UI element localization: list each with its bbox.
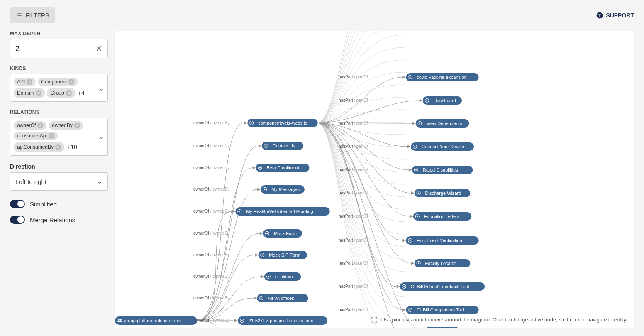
svg-point-108 <box>403 286 405 287</box>
graph-node[interactable]: Education Letters <box>413 212 472 221</box>
svg-text:Dashboard: Dashboard <box>434 98 456 103</box>
remove-chip-icon[interactable]: ✕ <box>74 123 80 128</box>
graph-node[interactable]: component:vets-website <box>247 119 318 127</box>
remove-chip-icon[interactable]: ✕ <box>68 79 74 85</box>
svg-text:hasPart / partOf: hasPart / partOf <box>339 284 368 289</box>
chevron-down-icon[interactable]: ⌄ <box>99 84 104 92</box>
graph-node[interactable]: Letters <box>425 327 460 328</box>
merge-relations-toggle[interactable] <box>10 216 25 224</box>
relation-chip[interactable]: apiConsumedBy✕ <box>14 142 64 152</box>
graph-node[interactable]: 21-527EZ pension benefits form <box>238 316 327 325</box>
graph-node[interactable]: Beta Enrollment <box>256 164 310 172</box>
graph-node[interactable]: My HealtheVet Inherited Proofing <box>235 207 330 216</box>
relation-chip[interactable]: consumesApi✕ <box>14 132 58 140</box>
remove-chip-icon[interactable]: ✕ <box>36 90 41 96</box>
svg-point-68 <box>426 100 427 101</box>
filters-button[interactable]: FILTERS <box>10 7 55 23</box>
direction-select[interactable]: Left to right ⌄ <box>10 172 108 191</box>
svg-point-88 <box>418 193 419 194</box>
svg-point-4 <box>120 319 122 321</box>
graph-node[interactable]: Dashboard <box>423 96 462 105</box>
graph-root-node[interactable]: group:platform-release-tools <box>115 316 197 325</box>
relation-chip[interactable]: ownedBy✕ <box>49 121 83 130</box>
graph-node[interactable]: covid-vaccine-expansion <box>406 73 478 81</box>
graph-node[interactable]: Contact Us <box>262 142 303 150</box>
remove-chip-icon[interactable]: ✕ <box>37 123 43 128</box>
svg-point-3 <box>118 319 120 321</box>
svg-point-78 <box>414 146 415 147</box>
graph-node[interactable]: GI Bill Comparison Tool <box>406 306 478 314</box>
direction-label: Direction <box>10 163 108 170</box>
expand-icon <box>371 316 378 324</box>
svg-text:ownerOf / ownedBy: ownerOf / ownedBy <box>193 165 229 170</box>
svg-point-18 <box>259 167 261 169</box>
clear-icon[interactable]: ✕ <box>95 44 102 54</box>
kind-chip[interactable]: Domain✕ <box>14 88 45 98</box>
svg-text:All VA offices: All VA offices <box>268 296 294 301</box>
graph-node[interactable]: Enrollment Verification <box>406 236 478 245</box>
relations-field[interactable]: ownerOf✕ ownedBy✕ consumesApi✕ apiConsum… <box>10 118 108 156</box>
svg-point-93 <box>417 216 418 217</box>
graph-node[interactable]: Connect Your Device <box>411 142 474 151</box>
kind-chip[interactable]: Group✕ <box>47 88 75 98</box>
svg-text:hasPart / partOf: hasPart / partOf <box>339 238 368 243</box>
svg-point-8 <box>251 123 252 124</box>
graph-canvas[interactable]: group:platform-release-toolscomponent:ve… <box>115 31 634 328</box>
svg-text:21-527EZ pension benefits form: 21-527EZ pension benefits form <box>249 318 314 323</box>
kind-chip[interactable]: API✕ <box>14 78 36 86</box>
remove-chip-icon[interactable]: ✕ <box>49 133 54 139</box>
kinds-field[interactable]: API✕ Component✕ Domain✕ Group✕ +4 ⌄ <box>10 74 108 102</box>
kind-chip[interactable]: Component✕ <box>38 78 78 86</box>
remove-chip-icon[interactable]: ✕ <box>27 79 32 85</box>
max-depth-field[interactable]: ✕ <box>10 39 108 58</box>
svg-point-28 <box>239 211 240 212</box>
svg-point-48 <box>261 298 262 299</box>
graph-node[interactable]: Mock Form <box>263 229 302 238</box>
filter-icon <box>16 12 23 19</box>
chevron-down-icon: ⌄ <box>97 178 102 185</box>
relation-chip[interactable]: ownerOf✕ <box>14 121 46 130</box>
svg-point-13 <box>266 145 267 147</box>
svg-text:My Messages: My Messages <box>271 187 300 192</box>
svg-text:Connect Your Device: Connect Your Device <box>422 144 464 149</box>
svg-text:ownerOf / ownedBy: ownerOf / ownedBy <box>193 231 229 235</box>
chevron-down-icon[interactable]: ⌄ <box>99 133 104 141</box>
svg-text:ownerOf / ownedBy: ownerOf / ownedBy <box>193 274 229 279</box>
support-link[interactable]: ? SUPPORT <box>596 12 634 19</box>
direction-value: Left to right <box>15 178 46 185</box>
graph-node[interactable]: eFolders <box>264 272 301 281</box>
svg-text:Contact Us: Contact Us <box>273 143 295 148</box>
svg-text:hasPart / partOf: hasPart / partOf <box>339 261 368 265</box>
svg-point-38 <box>262 255 263 256</box>
max-depth-input[interactable] <box>15 44 95 53</box>
graph-node[interactable]: Rated Disabilities <box>412 166 473 174</box>
svg-point-103 <box>418 263 419 264</box>
graph-node[interactable]: Facility Locator <box>415 259 471 267</box>
svg-text:covid-vaccine-expansion: covid-vaccine-expansion <box>417 75 466 80</box>
filters-label: FILTERS <box>26 12 49 19</box>
svg-text:Beta Enrollment: Beta Enrollment <box>267 165 299 170</box>
svg-text:hasPart / partOf: hasPart / partOf <box>339 121 368 125</box>
remove-chip-icon[interactable]: ✕ <box>66 90 72 96</box>
simplified-label: Simplified <box>30 201 57 208</box>
svg-point-43 <box>268 276 269 277</box>
graph-node[interactable]: Discharge Wizard <box>415 189 471 197</box>
svg-text:GI Bill Comparison Tool: GI Bill Comparison Tool <box>417 307 464 312</box>
sidebar: MAX DEPTH ✕ KINDS API✕ Component✕ Domain… <box>10 31 108 328</box>
remove-chip-icon[interactable]: ✕ <box>55 144 61 150</box>
graph-node[interactable]: Mock SIP Form <box>258 251 307 259</box>
svg-text:?: ? <box>598 13 601 18</box>
svg-text:hasPart / partOf: hasPart / partOf <box>339 167 368 172</box>
relations-label: RELATIONS <box>10 109 108 115</box>
svg-text:hasPart / partOf: hasPart / partOf <box>339 214 368 218</box>
graph-node[interactable]: View Dependents <box>416 119 469 128</box>
svg-text:Rated Disabilities: Rated Disabilities <box>423 167 458 172</box>
relations-more: +10 <box>66 142 78 152</box>
graph-node[interactable]: All VA offices <box>257 294 308 302</box>
svg-text:ownerOf / ownedBy: ownerOf / ownedBy <box>193 318 229 323</box>
graph-node[interactable]: GI Bill School Feedback Tool <box>400 282 485 291</box>
canvas-hint: Use pinch & zoom to move around the diag… <box>371 316 627 324</box>
simplified-toggle[interactable] <box>10 200 25 208</box>
svg-point-113 <box>410 309 411 311</box>
graph-node[interactable]: My Messages <box>261 185 305 194</box>
